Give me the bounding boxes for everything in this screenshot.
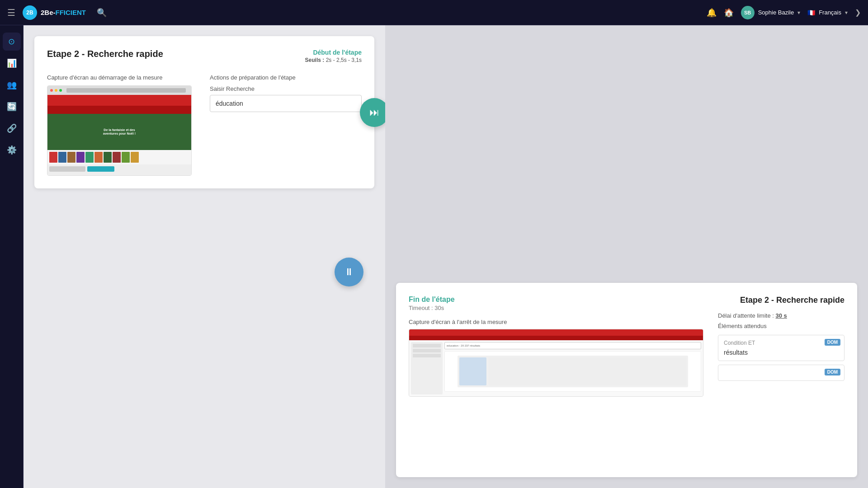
actions-label: Actions de préparation de l'étape xyxy=(210,74,362,81)
sidebar-item-dashboard[interactable]: ⊙ xyxy=(3,33,21,51)
browser-content: De la fantaisie et desaventures pour Noë… xyxy=(47,95,191,175)
delai-label: Délai d'attente limite : xyxy=(718,312,774,319)
book-thumb xyxy=(58,152,66,163)
condition-box-1: Condition ET DOM résultats xyxy=(718,335,844,361)
sidebar-item-users[interactable]: 👥 xyxy=(3,76,21,94)
panel-toggle-icon[interactable]: ❯ xyxy=(855,8,861,17)
chevron-down-icon: ▾ xyxy=(845,9,848,16)
end-search-bar: education - 20 237 résultats xyxy=(444,342,701,349)
end-capture-label: Capture d'écran à l'arrêt de la mesure xyxy=(409,319,703,325)
sidebar-item xyxy=(413,349,441,352)
end-results-area xyxy=(444,351,701,392)
left-panel: Etape 2 - Recherche rapide Début de l'ét… xyxy=(24,25,385,488)
step-card-start: Etape 2 - Recherche rapide Début de l'ét… xyxy=(34,36,374,188)
seuils-prefix: Seuils : xyxy=(305,57,325,63)
end-label: Fin de l'étape xyxy=(409,296,703,304)
sidebar: ⊙ 📊 👥 🔄 🔗 ⚙️ xyxy=(0,25,24,488)
condition-empty xyxy=(724,370,839,376)
notifications-icon[interactable]: 🔔 xyxy=(707,8,717,18)
end-timeout: Timeout : 30s xyxy=(409,305,703,311)
play-button[interactable]: ⏭ xyxy=(360,98,385,127)
capture-section: Capture d'écran au démarrage de la mesur… xyxy=(47,74,199,176)
sidebar-item-share[interactable]: 🔗 xyxy=(3,119,21,137)
language-selector[interactable]: 🇫🇷 Français ▾ xyxy=(807,9,848,16)
right-panel: Fin de l'étape Timeout : 30s Capture d'é… xyxy=(385,25,868,488)
step-debut-label: Début de l'étape xyxy=(305,49,362,56)
search-field[interactable] xyxy=(210,95,362,112)
user-name: Sophie Bazile xyxy=(758,9,794,16)
actions-section: Actions de préparation de l'étape Saisir… xyxy=(210,74,362,176)
book-thumb xyxy=(104,152,112,163)
book-thumb xyxy=(122,152,130,163)
language-label: Français xyxy=(819,9,841,16)
browser-url-bar xyxy=(66,88,186,93)
play-icon: ⏭ xyxy=(369,107,379,118)
book-thumb xyxy=(49,152,57,163)
chevron-down-icon: ▾ xyxy=(797,9,800,16)
user-menu[interactable]: SB Sophie Bazile ▾ xyxy=(741,6,801,19)
browser-max-dot xyxy=(59,89,62,92)
step-card-end: Fin de l'étape Timeout : 30s Capture d'é… xyxy=(396,283,857,477)
result-card xyxy=(459,357,486,385)
step-seuils: Seuils : 2s - 2,5s - 3,1s xyxy=(305,57,362,63)
book-thumbnails xyxy=(47,150,191,164)
browser-bar xyxy=(47,86,191,95)
book-thumb xyxy=(94,152,103,163)
end-main-content: education - 20 237 résultats xyxy=(444,342,701,394)
sidebar-item-settings[interactable]: ⚙️ xyxy=(3,141,21,159)
end-card-row: Fin de l'étape Timeout : 30s Capture d'é… xyxy=(409,296,844,397)
capture-screenshot: De la fantaisie et desaventures pour Noë… xyxy=(47,85,192,176)
logo-text: 2Be-FFICIENT xyxy=(41,9,86,16)
bottom-cta xyxy=(87,166,114,172)
end-card-right: Etape 2 - Recherche rapide Délai d'atten… xyxy=(718,296,844,397)
pause-icon: ⏸ xyxy=(344,266,354,278)
condition-value-1: résultats xyxy=(724,349,839,356)
avatar: SB xyxy=(741,6,755,19)
book-thumb xyxy=(113,152,121,163)
condition-label: Condition ET xyxy=(724,340,839,346)
end-site-header xyxy=(409,329,703,336)
logo-icon: 2B xyxy=(23,5,37,20)
browser-close-dot xyxy=(50,89,53,92)
site-hero: De la fantaisie et desaventures pour Noë… xyxy=(47,114,191,150)
end-delai: Délai d'attente limite : 30 s xyxy=(718,312,844,319)
capture-label: Capture d'écran au démarrage de la mesur… xyxy=(47,74,199,81)
sidebar-item-flows[interactable]: 🔄 xyxy=(3,98,21,116)
logo: 2B 2Be-FFICIENT xyxy=(23,5,86,20)
site-header xyxy=(47,95,191,106)
pause-button[interactable]: ⏸ xyxy=(335,258,363,286)
book-thumb xyxy=(85,152,94,163)
dom-badge-2: DOM xyxy=(825,369,840,375)
end-content-area: education - 20 237 résultats xyxy=(409,340,703,396)
browser-min-dot xyxy=(55,89,57,92)
flag-icon: 🇫🇷 xyxy=(807,9,815,16)
home-icon[interactable]: 🏠 xyxy=(724,8,734,18)
bottom-text xyxy=(49,166,85,172)
end-sidebar xyxy=(411,342,443,394)
result-card xyxy=(488,357,686,385)
seuils-vals: 2s - 2,5s - 3,1s xyxy=(326,57,362,63)
book-thumb xyxy=(131,152,139,163)
end-results-content xyxy=(458,356,688,387)
hamburger-icon[interactable]: ☰ xyxy=(7,7,15,18)
book-thumb xyxy=(76,152,85,163)
search-icon[interactable]: 🔍 xyxy=(97,8,107,18)
step-title: Etape 2 - Recherche rapide xyxy=(47,49,163,59)
end-search-text: education - 20 237 résultats xyxy=(447,344,480,347)
end-elements-label: Éléments attendus xyxy=(718,323,844,329)
main-area: Etape 2 - Recherche rapide Début de l'ét… xyxy=(24,25,868,488)
condition-box-2: DOM xyxy=(718,365,844,381)
saisir-label: Saisir Recherche xyxy=(210,85,362,92)
book-thumb xyxy=(67,152,75,163)
dom-badge: DOM xyxy=(825,339,840,346)
delai-value: 30 s xyxy=(776,312,787,319)
end-site-nav xyxy=(409,336,703,340)
sidebar-item xyxy=(413,354,441,357)
end-step-title: Etape 2 - Recherche rapide xyxy=(718,296,844,305)
sidebar-item-analytics[interactable]: 📊 xyxy=(3,54,21,72)
site-nav xyxy=(47,106,191,114)
browser-bottom-bar xyxy=(47,164,191,175)
end-card-left: Fin de l'étape Timeout : 30s Capture d'é… xyxy=(409,296,703,397)
step-meta: Début de l'étape Seuils : 2s - 2,5s - 3,… xyxy=(305,49,362,63)
end-capture-screenshot: education - 20 237 résultats xyxy=(409,329,703,397)
